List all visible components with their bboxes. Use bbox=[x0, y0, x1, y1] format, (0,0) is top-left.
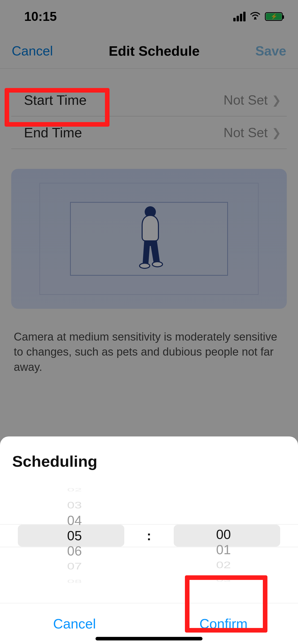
start-time-label: Start Time bbox=[24, 92, 87, 108]
page-title: Edit Schedule bbox=[109, 43, 200, 59]
end-time-row[interactable]: End Time Not Set ❯ bbox=[11, 116, 287, 149]
hour-selected: 05 bbox=[67, 528, 82, 543]
svg-point-2 bbox=[140, 263, 150, 268]
person-icon bbox=[132, 205, 166, 272]
status-bar: 10:15 ⚡ bbox=[0, 0, 298, 33]
minute-picker[interactable]: 00 01 02 03 bbox=[149, 484, 298, 588]
cellular-icon bbox=[233, 12, 246, 21]
sheet-title: Scheduling bbox=[0, 452, 298, 484]
time-picker[interactable]: : 02 03 04 05 06 07 08 00 01 0 bbox=[0, 484, 298, 588]
chevron-right-icon: ❯ bbox=[272, 94, 281, 107]
sensitivity-description: Camera at medium sensitivity is moderate… bbox=[11, 329, 287, 374]
wifi-icon bbox=[250, 11, 261, 21]
start-time-row[interactable]: Start Time Not Set ❯ bbox=[11, 84, 287, 116]
hour-picker[interactable]: 02 03 04 05 06 07 08 bbox=[0, 484, 149, 588]
nav-cancel-button[interactable]: Cancel bbox=[12, 43, 53, 58]
nav-save-button[interactable]: Save bbox=[255, 43, 286, 58]
svg-point-3 bbox=[152, 262, 162, 267]
start-time-value: Not Set bbox=[224, 92, 268, 108]
home-indicator bbox=[96, 637, 202, 640]
minute-selected: 00 bbox=[216, 527, 231, 542]
battery-charging-icon: ⚡ bbox=[265, 12, 283, 21]
navigation-bar: Cancel Edit Schedule Save bbox=[0, 33, 298, 69]
scheduling-sheet: Scheduling : 02 03 04 05 06 07 08 bbox=[0, 436, 298, 644]
time-separator: : bbox=[147, 528, 151, 543]
chevron-right-icon: ❯ bbox=[272, 126, 281, 139]
sensitivity-illustration bbox=[11, 169, 287, 309]
status-time: 10:15 bbox=[24, 9, 57, 24]
end-time-value: Not Set bbox=[224, 125, 268, 140]
end-time-label: End Time bbox=[24, 125, 82, 140]
svg-point-0 bbox=[254, 17, 256, 19]
